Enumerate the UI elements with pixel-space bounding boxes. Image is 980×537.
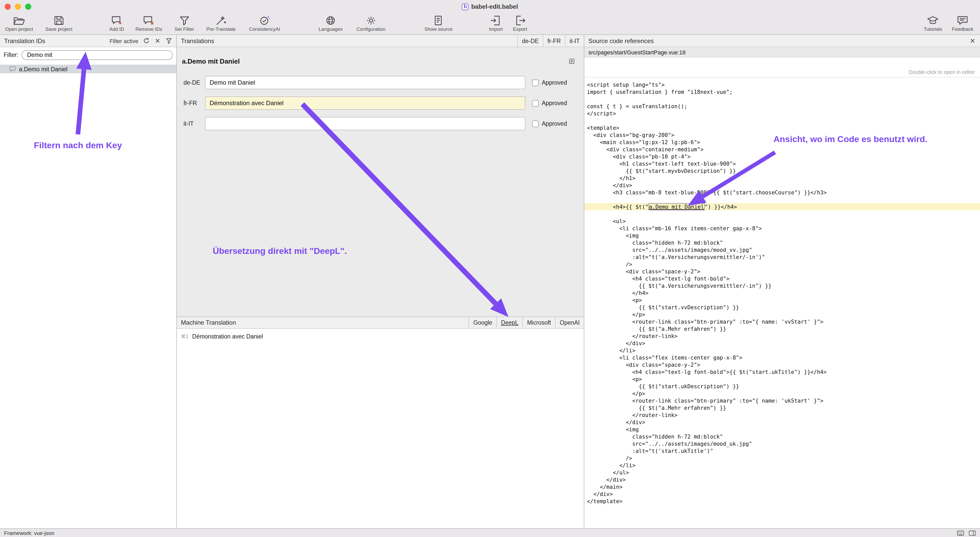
- mt-suggestion-row[interactable]: ⌘1 Démonstration avec Daniel: [177, 329, 584, 339]
- open-project-button[interactable]: Open project: [5, 15, 33, 32]
- configuration-button[interactable]: Configuration: [356, 15, 385, 32]
- code-line: <ul>: [584, 217, 980, 225]
- source-code-panel: Source code references src/pages/start/G…: [584, 35, 980, 528]
- code-line: <router-link class="btn-primary" :to="{ …: [584, 397, 980, 404]
- import-button[interactable]: Import: [489, 15, 503, 32]
- mt-provider-google[interactable]: Google: [469, 317, 496, 329]
- code-line: [584, 210, 980, 217]
- translation-ids-title: Translation IDs: [4, 37, 45, 45]
- translation-input-it-it[interactable]: [205, 117, 525, 130]
- close-window-button[interactable]: [5, 3, 11, 10]
- clear-filter-icon[interactable]: [154, 37, 161, 44]
- mt-shortcut-badge: ⌘1: [181, 334, 192, 339]
- code-line: </router-link>: [584, 411, 980, 419]
- remove-ids-button[interactable]: Remove IDs: [135, 15, 162, 32]
- zoom-window-button[interactable]: [25, 3, 31, 10]
- toolbar-label: Feedback: [952, 26, 973, 32]
- machine-translation-title: Machine Translation: [181, 319, 236, 326]
- filter-icon[interactable]: [165, 37, 172, 44]
- code-line: <h3 class="mb-8 text-blue-900">{{ $t("st…: [584, 189, 980, 196]
- code-line: class="hidden h-72 md:block": [584, 239, 980, 246]
- translations-panel: Translations de-DEfr-FRit-IT a.Demo mit …: [177, 35, 584, 528]
- code-line: </h4>: [584, 289, 980, 296]
- code-line: </p>: [584, 390, 980, 397]
- code-line: <template>: [584, 124, 980, 131]
- code-line: <p>: [584, 375, 980, 382]
- code-line: <img: [584, 232, 980, 239]
- consistencyai-button[interactable]: ConsistencyAI: [249, 15, 280, 32]
- pre-translate-button[interactable]: Pre-Translate: [206, 15, 235, 32]
- source-panel-title: Source code references: [589, 37, 654, 45]
- consistency-ai-icon: [258, 15, 270, 26]
- open-project-icon: [13, 15, 25, 26]
- approved-checkbox[interactable]: [532, 79, 539, 86]
- languages-button[interactable]: Languages: [318, 15, 343, 32]
- export-icon: [514, 15, 526, 26]
- keyboard-icon[interactable]: [957, 530, 964, 536]
- code-line: <h4 class="text-lg font-bold">: [584, 275, 980, 282]
- translation-ids-header: Translation IDs Filter active: [0, 35, 176, 47]
- save-project-button[interactable]: Save project: [45, 15, 73, 32]
- set-filter-button[interactable]: Set Filter: [175, 15, 194, 32]
- translation-id-list: a.Demo mit Daniel: [0, 65, 176, 73]
- editor-hint-row: Double-click to open in editor: [584, 57, 980, 77]
- filter-input[interactable]: [22, 50, 173, 60]
- language-label: it-IT: [182, 121, 205, 127]
- code-line: [584, 117, 980, 124]
- machine-translation-header: Machine Translation GoogleDeepLMicrosoft…: [177, 317, 584, 329]
- mt-provider-openai[interactable]: OpenAI: [555, 317, 584, 329]
- approved-label: Approved: [542, 100, 567, 106]
- export-button[interactable]: Export: [513, 15, 527, 32]
- toolbar-label: Export: [513, 26, 527, 32]
- language-tab-fr-fr[interactable]: fr-FR: [543, 35, 565, 47]
- minimize-window-button[interactable]: [15, 3, 21, 10]
- languages-icon: [325, 15, 337, 26]
- code-line: <h1 class="text-left text-blue-900">: [584, 160, 980, 167]
- bubble-icon: [9, 66, 16, 72]
- mt-provider-deepl[interactable]: DeepL: [496, 317, 523, 329]
- refresh-icon[interactable]: [143, 37, 150, 44]
- code-line: </h1>: [584, 174, 980, 182]
- approved-label: Approved: [542, 80, 567, 86]
- language-tab-de-de[interactable]: de-DE: [517, 35, 543, 47]
- code-line: </script>: [584, 110, 980, 117]
- add-id-button[interactable]: Add ID: [109, 15, 124, 32]
- toolbar-label: Tutorials: [924, 26, 942, 32]
- translation-input-fr-fr[interactable]: [205, 96, 525, 110]
- code-line: <li class="flex items-center gap-x-8">: [584, 354, 980, 361]
- code-line: {{ $t("start.ukDescription") }}: [584, 382, 980, 390]
- approved-checkbox[interactable]: [532, 120, 539, 127]
- close-panel-icon[interactable]: [969, 37, 976, 44]
- code-line: <div class="bg-gray-200">: [584, 131, 980, 139]
- code-line: {{ $t("a.Mehr erfahren") }}: [584, 325, 980, 332]
- source-panel-header: Source code references: [584, 35, 980, 47]
- mt-provider-microsoft[interactable]: Microsoft: [523, 317, 555, 329]
- mt-providers: GoogleDeepLMicrosoftOpenAI: [469, 317, 584, 329]
- code-line: const { t } = useTranslation();: [584, 103, 980, 110]
- add-id-icon: [110, 15, 123, 26]
- filter-active-label: Filter active: [110, 38, 138, 44]
- tutorials-button[interactable]: Tutorials: [924, 15, 942, 32]
- save-project-icon: [53, 15, 65, 26]
- code-line: <script setup lang="ts">: [584, 81, 980, 88]
- code-line: <h4>{{ $t("a.Demo mit Daniel") }}</h4>: [584, 203, 980, 210]
- tutorials-icon: [927, 15, 939, 26]
- source-reference-row[interactable]: src/pages/start/GuestStartPage.vue:18: [584, 47, 980, 57]
- editor-hint: Double-click to open in editor: [909, 69, 975, 75]
- translation-id-item[interactable]: a.Demo mit Daniel: [0, 65, 176, 73]
- babeledit-app-icon: b: [462, 3, 469, 10]
- language-tab-it-it[interactable]: it-IT: [565, 35, 584, 47]
- code-line: />: [584, 454, 980, 462]
- translations-title: Translations: [181, 37, 214, 45]
- code-line: src="../../assets/images/mood_vv.jpg": [584, 246, 980, 253]
- toolbar-label: Save project: [45, 26, 73, 32]
- code-line: </p>: [584, 311, 980, 318]
- translation-ids-panel: Translation IDs Filter active Filter: a.…: [0, 35, 177, 528]
- feedback-button[interactable]: Feedback: [952, 15, 973, 32]
- show-source-button[interactable]: Show source: [425, 15, 453, 32]
- comment-icon[interactable]: [568, 58, 575, 64]
- translation-input-de-de[interactable]: [205, 76, 525, 89]
- code-lines: <script setup lang="ts">import { useTran…: [584, 81, 980, 505]
- approved-checkbox[interactable]: [532, 100, 539, 107]
- panels-icon[interactable]: [969, 530, 976, 536]
